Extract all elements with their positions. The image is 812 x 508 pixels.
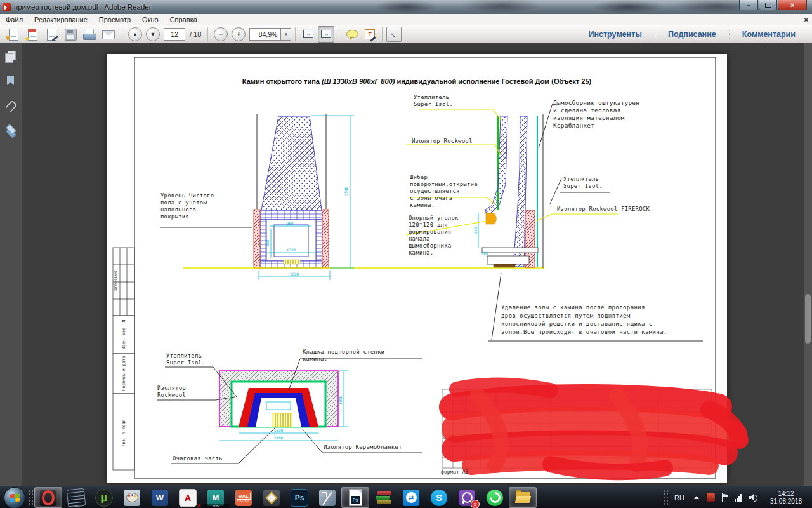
bookmarks-icon[interactable]: [5, 75, 16, 86]
taskbar-opera[interactable]: [34, 487, 62, 508]
format-label: формат А3: [441, 469, 468, 475]
taskbar-autocad[interactable]: AA: [174, 487, 202, 508]
taskbar-whatsapp[interactable]: [481, 487, 509, 508]
menu-window[interactable]: Окно: [136, 16, 164, 23]
dim-plan-w2: 2100: [274, 436, 284, 440]
toolbar-separator: [207, 27, 208, 41]
close-button[interactable]: ×: [778, 0, 807, 10]
scrollbar-thumb[interactable]: [805, 294, 811, 344]
taskbar-ral[interactable]: RALDIGITAL: [230, 487, 258, 508]
dim-section-b: 700: [481, 251, 488, 255]
taskbar-sketchup[interactable]: [258, 487, 285, 508]
language-indicator[interactable]: RU: [674, 494, 684, 502]
annotation-keramoblanket: Изолятор Керамобланкет: [324, 444, 402, 451]
menu-edit[interactable]: Редактирование: [29, 16, 93, 23]
menubar-close-icon[interactable]: ×: [804, 16, 808, 23]
tray-time: 14:12: [766, 490, 806, 498]
taskbar-teamviewer[interactable]: ⇄: [397, 487, 425, 508]
printer-icon: [83, 34, 96, 40]
folder-icon: [516, 492, 530, 503]
taskbar-paint[interactable]: [118, 487, 146, 508]
drawing-title: Камин открытого типа (Ш 1330хВ 900хГ 800…: [107, 77, 727, 85]
photoshop-icon: Ps: [291, 489, 308, 507]
zoom-in-button[interactable]: +: [232, 27, 246, 41]
page-number-input[interactable]: 12: [164, 28, 185, 41]
dim-front-height: 3590: [344, 186, 348, 196]
annotation-izolator-top: Изолятор Rockwool: [412, 138, 473, 145]
menu-file[interactable]: Файл: [0, 16, 29, 23]
tray-app-icon[interactable]: [707, 493, 715, 502]
toolbar-separator: [339, 27, 339, 41]
taskbar-utorrent[interactable]: µ: [90, 487, 118, 508]
network-icon[interactable]: [735, 494, 742, 502]
tools-panel-button[interactable]: Инструменты: [576, 30, 655, 39]
pdf-band-icon: [28, 29, 36, 32]
navigation-sidebar: [0, 43, 22, 486]
taskbar-winrar[interactable]: [369, 487, 397, 508]
save-button[interactable]: [62, 27, 79, 42]
attachments-icon[interactable]: [5, 100, 16, 112]
annotation-dymosbornik: Дымосборник оштукатурен и сделана теплов…: [553, 99, 639, 130]
windows-logo-icon: [10, 493, 20, 502]
page-total-label: / 18: [190, 30, 201, 38]
sign-button[interactable]: [43, 27, 60, 42]
minimize-button[interactable]: –: [739, 0, 758, 10]
front-view: [160, 114, 544, 268]
taskbar-explorer[interactable]: [509, 487, 537, 508]
toolbar-separator: [382, 27, 383, 41]
cad-viewer-icon: [319, 490, 336, 506]
vertical-scrollbar[interactable]: [803, 43, 812, 486]
fit-width-icon: ↔: [303, 30, 313, 38]
taskbar-skype[interactable]: S: [425, 487, 453, 508]
maximize-icon: [765, 3, 771, 8]
opera-icon: [42, 490, 55, 505]
comments-panel-button[interactable]: Комментарии: [729, 30, 808, 39]
page-thumbnails-icon[interactable]: [5, 51, 16, 62]
fullscreen-icon: ↔: [388, 28, 400, 39]
window-title: пример гостевой дом.pdf - Adobe Reader: [14, 3, 152, 11]
taskbar-viber[interactable]: 5: [453, 487, 481, 508]
show-hidden-icons-arrow[interactable]: [694, 496, 699, 499]
open-button[interactable]: [5, 27, 22, 42]
email-button[interactable]: [100, 27, 117, 42]
document-area: СОГЛАСОВАНО Взам. инв. N Подпись и дата …: [0, 43, 812, 486]
tray-grip: [664, 490, 668, 506]
annotation-uteplitel-right: Утеплитель Super Isol.: [563, 176, 603, 190]
taskbar-word[interactable]: W: [146, 487, 174, 508]
taskbar-notepad[interactable]: [62, 487, 90, 508]
taskbar-3dsmax[interactable]: M3DS: [202, 487, 230, 508]
print-button[interactable]: [81, 27, 98, 42]
viber-icon: [462, 492, 473, 503]
create-pdf-button[interactable]: ★: [24, 27, 41, 42]
volume-icon[interactable]: [749, 493, 759, 502]
text-annotation-button[interactable]: T: [365, 29, 375, 39]
dim-front-base: 1560: [290, 272, 299, 276]
fullscreen-button[interactable]: ↔: [386, 27, 402, 42]
envelope-icon: [102, 30, 115, 39]
next-page-button[interactable]: ▼: [146, 27, 160, 41]
taskbar-cad-viewer[interactable]: [313, 487, 341, 508]
maximize-button[interactable]: [759, 0, 777, 10]
zoom-dropdown-caret[interactable]: ▼: [281, 28, 291, 41]
start-button[interactable]: [4, 487, 25, 508]
menu-view[interactable]: Просмотр: [93, 16, 136, 23]
zoom-level-input[interactable]: 84,9%: [249, 28, 281, 41]
fit-page-button[interactable]: ↔: [318, 26, 334, 43]
whatsapp-icon: [487, 490, 502, 505]
fit-width-button[interactable]: ↔: [300, 26, 317, 43]
layers-icon[interactable]: [5, 124, 16, 136]
dim-section-a: 300: [473, 227, 478, 234]
menu-help[interactable]: Справка: [164, 16, 203, 23]
comment-button[interactable]: [346, 30, 358, 38]
annotation-izolator-plan: Изолятор Rockwool: [157, 385, 186, 399]
action-center-flag-icon[interactable]: [721, 493, 728, 502]
clock[interactable]: 14:12 31.08.2018: [766, 490, 806, 505]
zoom-level-value: 84,9%: [250, 30, 280, 38]
taskbar-ps-file[interactable]: Ps: [341, 487, 369, 508]
cad-drawing: СОГЛАСОВАНО Взам. инв. N Подпись и дата …: [107, 54, 747, 483]
zoom-out-button[interactable]: −: [214, 27, 228, 41]
taskbar-photoshop[interactable]: Ps: [285, 487, 313, 508]
sign-panel-button[interactable]: Подписание: [655, 30, 729, 39]
screen: пример гостевой дом.pdf - Adobe Reader –…: [0, 0, 812, 508]
previous-page-button[interactable]: ▲: [128, 27, 142, 41]
